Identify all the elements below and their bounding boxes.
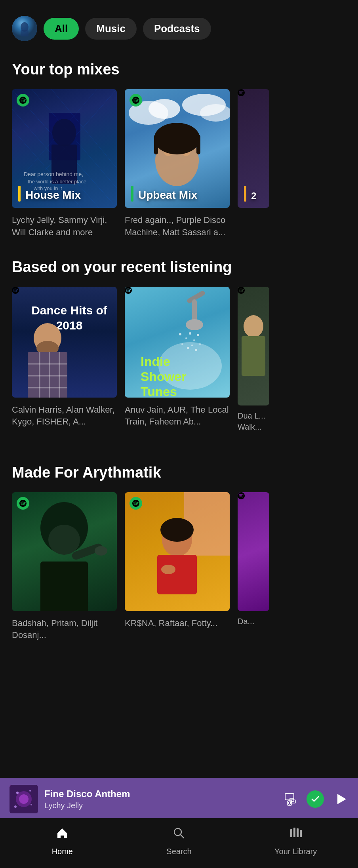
house-mix-label: House Mix (12, 181, 117, 208)
spotify-badge-house (17, 94, 29, 107)
made-for-subtitle-1: Badshah, Pritam, Diljit Dosanj... (12, 617, 117, 642)
partial-mix-text: 2 (251, 190, 256, 202)
filter-podcasts-button[interactable]: Podcasts (143, 18, 211, 40)
avatar[interactable] (12, 16, 37, 41)
upbeat-mix-bar (131, 186, 133, 202)
svg-rect-80 (290, 829, 292, 837)
made-for-image-3 (238, 492, 269, 611)
now-playing-thumbnail (10, 785, 38, 813)
svg-rect-72 (285, 794, 294, 800)
svg-point-38 (186, 319, 203, 330)
now-playing-bar[interactable]: Fine Disco Anthem Lychy Jelly (0, 778, 358, 820)
svg-rect-63 (157, 555, 197, 594)
svg-point-69 (29, 790, 31, 792)
partial-recent-card[interactable]: Dua L... Walk... (238, 287, 269, 432)
indie-shower-image: Indie Shower Tunes (125, 287, 230, 398)
svg-rect-59 (40, 562, 88, 611)
nav-search[interactable]: Search (155, 826, 203, 856)
play-button[interactable] (332, 791, 348, 807)
home-icon (55, 826, 69, 844)
svg-rect-24 (196, 135, 200, 154)
house-mix-image: Dear person behind me, the world is a be… (12, 89, 117, 208)
svg-rect-81 (293, 828, 295, 837)
partial-mix-card[interactable]: 2 (238, 89, 269, 239)
filter-all-button[interactable]: All (44, 18, 79, 40)
svg-point-40 (185, 337, 187, 339)
svg-point-67 (19, 794, 29, 804)
upbeat-mix-card[interactable]: Upbeat Mix Fred again.., Purple Disco Ma… (125, 89, 230, 239)
indie-shower-card[interactable]: Indie Shower Tunes Anuv Jain, AUR, The L… (125, 287, 230, 432)
svg-text:Dear person behind me,: Dear person behind me, (24, 171, 83, 177)
top-mixes-section: Your top mixes (0, 49, 358, 247)
svg-point-42 (193, 339, 195, 341)
dance-hits-subtitle: Calvin Harris, Alan Walker, Kygo, FISHER… (12, 404, 117, 428)
svg-point-56 (48, 525, 80, 555)
svg-point-10 (52, 119, 76, 147)
top-mixes-row: Dear person behind me, the world is a be… (12, 89, 346, 243)
made-for-image-2 (125, 492, 230, 611)
indie-shower-subtitle: Anuv Jain, AUR, The Local Train, Faheem … (125, 404, 230, 428)
svg-rect-2 (21, 30, 29, 36)
search-icon (172, 826, 186, 844)
made-for-card-1[interactable]: Badshah, Pritam, Diljit Dosanj... (12, 492, 117, 642)
top-mixes-title: Your top mixes (12, 61, 346, 78)
svg-point-70 (30, 804, 32, 805)
house-mix-bar (18, 186, 21, 202)
partial-recent-image (238, 287, 269, 405)
upbeat-mix-text: Upbeat Mix (138, 189, 197, 202)
svg-point-76 (288, 802, 291, 804)
svg-rect-54 (242, 336, 265, 376)
svg-marker-77 (337, 794, 346, 804)
svg-point-71 (14, 805, 17, 808)
house-mix-text: House Mix (25, 189, 81, 202)
house-mix-card[interactable]: Dear person behind me, the world is a be… (12, 89, 117, 239)
spotify-badge-upbeat (129, 94, 142, 107)
filter-music-button[interactable]: Music (85, 18, 137, 40)
main-content: All Music Podcasts Your top mixes (0, 0, 358, 748)
svg-point-16 (149, 99, 180, 119)
library-icon (289, 826, 303, 844)
recent-listening-section: Based on your recent listening Dance Hit… (0, 247, 358, 452)
made-for-image-1 (12, 492, 117, 611)
made-for-card-3[interactable]: Da... (238, 492, 269, 642)
now-playing-artist: Lychy Jelly (44, 801, 278, 810)
partial-recent-subtitle: Dua L... Walk... (238, 410, 269, 432)
now-playing-controls (284, 790, 348, 808)
partial-mix-bar (244, 186, 246, 202)
dance-hits-card[interactable]: Dance Hits of 2018 (12, 287, 117, 432)
svg-rect-29 (28, 352, 67, 398)
svg-point-62 (160, 518, 194, 542)
svg-text:2018: 2018 (56, 319, 83, 332)
svg-text:Dance Hits of: Dance Hits of (31, 304, 108, 317)
nav-home[interactable]: Home (38, 826, 86, 856)
made-for-section: Made For Arythmatik (0, 452, 358, 662)
header: All Music Podcasts (0, 0, 358, 49)
house-mix-subtitle: Lychy Jelly, Sammy Virji, Will Clarke an… (12, 214, 117, 239)
nav-search-label: Search (166, 847, 191, 856)
spotify-badge-partial (238, 89, 249, 100)
connect-device-button[interactable] (284, 792, 299, 806)
partial-mix-image: 2 (238, 89, 269, 208)
svg-rect-11 (51, 145, 77, 184)
svg-point-64 (161, 565, 175, 574)
nav-home-label: Home (52, 847, 73, 856)
upbeat-mix-image: Upbeat Mix (125, 89, 230, 208)
svg-rect-83 (300, 830, 302, 837)
svg-point-41 (189, 332, 191, 335)
liked-icon (307, 790, 324, 808)
made-for-row: Badshah, Pritam, Diljit Dosanj... (12, 492, 346, 646)
svg-point-22 (154, 123, 200, 154)
svg-text:Tunes: Tunes (141, 385, 177, 398)
bottom-navigation: Home Search Your Library (0, 818, 358, 868)
svg-text:Shower: Shower (141, 369, 187, 384)
liked-button[interactable] (307, 790, 324, 808)
svg-rect-82 (297, 828, 299, 837)
svg-point-58 (95, 546, 107, 556)
svg-point-39 (179, 333, 181, 335)
made-for-card-2[interactable]: KR$NA, Raftaar, Fotty... (125, 492, 230, 642)
svg-text:Indie: Indie (141, 354, 170, 369)
made-for-title: Made For Arythmatik (12, 464, 346, 481)
svg-point-43 (197, 334, 199, 336)
svg-point-68 (16, 792, 19, 794)
nav-library[interactable]: Your Library (272, 826, 320, 856)
